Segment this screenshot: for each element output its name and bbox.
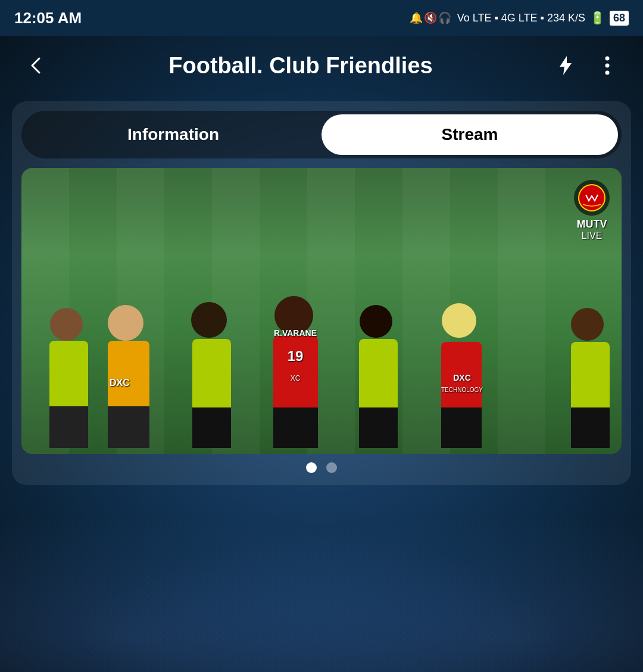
video-scene: DXC R.VARANE 19 XC <box>21 168 622 454</box>
status-icons: 🔔🔇🎧 Vo LTE ▪ 4G LTE ▪ 234 K/S 🔋 68 <box>410 11 629 26</box>
svg-point-3 <box>579 185 605 211</box>
more-menu-button[interactable] <box>589 48 625 83</box>
svg-point-2 <box>605 71 610 75</box>
nav-right-icons <box>548 48 625 83</box>
video-player[interactable]: DXC R.VARANE 19 XC <box>21 168 622 454</box>
bg-decor <box>0 493 643 672</box>
back-button[interactable] <box>18 48 54 83</box>
tab-information[interactable]: Information <box>25 114 322 155</box>
mutv-logo <box>574 180 610 216</box>
mutv-text: MUTV <box>577 218 607 231</box>
app-background: Football. Club Friendlies Information <box>0 36 643 672</box>
page-title: Football. Club Friendlies <box>54 53 548 79</box>
battery-level: 🔋 <box>590 11 605 25</box>
player-7 <box>568 329 616 448</box>
main-card: Information Stream <box>12 101 631 485</box>
player-5 <box>355 329 402 448</box>
status-bar: 12:05 AM 🔔🔇🎧 Vo LTE ▪ 4G LTE ▪ 234 K/S 🔋… <box>0 0 643 36</box>
tab-container: Information Stream <box>21 111 622 158</box>
player-6: DXC TECHNOLOGY <box>438 329 486 448</box>
signal-info: Vo LTE ▪ 4G LTE ▪ 234 K/S <box>457 12 585 24</box>
player-varane: R.VARANE 19 XC <box>271 329 319 448</box>
mutv-live: LIVE <box>582 231 603 241</box>
player-1 <box>45 329 93 448</box>
svg-point-0 <box>605 57 610 61</box>
dot-1 <box>306 462 317 473</box>
lightning-button[interactable] <box>548 48 583 83</box>
top-nav: Football. Club Friendlies <box>0 36 643 95</box>
status-icons-text: 🔔🔇🎧 <box>410 11 452 24</box>
player-3 <box>188 329 236 448</box>
player-goalkeeper: DXC <box>105 329 152 448</box>
tab-stream[interactable]: Stream <box>322 114 618 155</box>
pagination-dots <box>21 454 622 475</box>
status-time: 12:05 AM <box>14 9 82 27</box>
dot-2 <box>326 462 337 473</box>
svg-point-1 <box>605 64 610 68</box>
battery-value: 68 <box>610 11 629 26</box>
mutv-watermark: MUTV LIVE <box>574 180 610 241</box>
